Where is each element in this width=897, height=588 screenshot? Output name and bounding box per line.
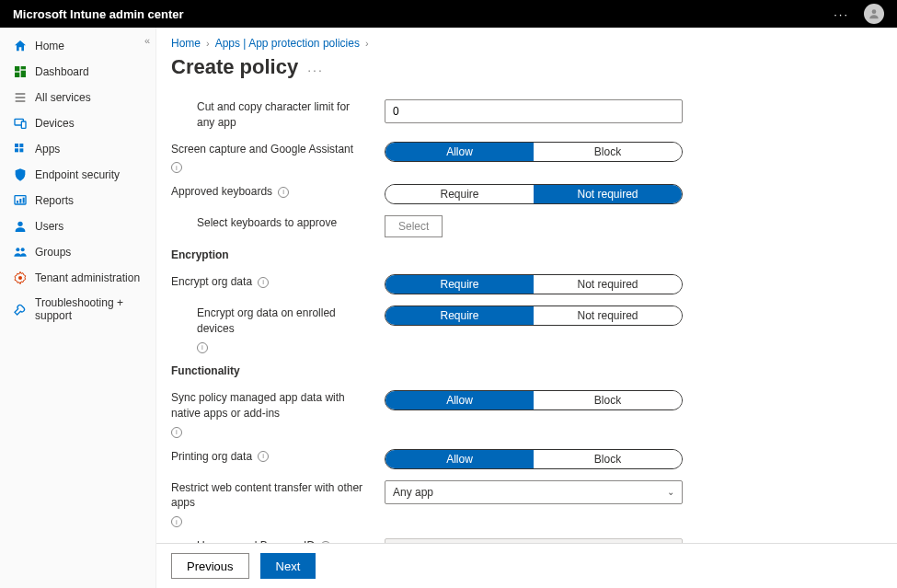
groups-icon (13, 245, 28, 259)
svg-rect-13 (19, 148, 23, 152)
chevron-right-icon: › (206, 38, 210, 49)
info-icon[interactable]: i (197, 342, 208, 353)
topbar-right: ··· (834, 4, 884, 24)
toggle-allow[interactable]: Allow (385, 450, 534, 468)
sidebar-item-groups[interactable]: Groups (0, 239, 155, 265)
sidebar-label: Reports (35, 194, 74, 207)
sidebar-label: Endpoint security (35, 168, 120, 181)
toggle-require[interactable]: Require (385, 306, 534, 325)
shield-icon (13, 167, 28, 182)
select-keyboards-button[interactable]: Select (385, 215, 443, 237)
svg-rect-11 (19, 144, 23, 147)
collapse-sidebar-icon[interactable]: « (144, 35, 150, 46)
svg-rect-1 (15, 66, 19, 71)
sync-policy-toggle[interactable]: Allow Block (385, 390, 683, 410)
breadcrumb-apps[interactable]: Apps | App protection policies (215, 37, 360, 50)
devices-icon (13, 116, 28, 131)
user-icon (13, 219, 28, 234)
sidebar-label: Home (35, 40, 64, 52)
reports-icon (13, 193, 28, 208)
svg-point-0 (872, 9, 877, 14)
section-functionality: Functionality (171, 364, 882, 377)
toggle-not-required[interactable]: Not required (534, 185, 682, 203)
sidebar-label: Troubleshooting + support (35, 296, 143, 322)
approved-keyboards-toggle[interactable]: Require Not required (385, 184, 683, 204)
svg-point-18 (17, 222, 22, 226)
encrypt-enrolled-toggle[interactable]: Require Not required (385, 306, 683, 326)
breadcrumb: Home › Apps | App protection policies › (171, 37, 882, 50)
svg-rect-16 (19, 199, 21, 203)
wizard-footer: Previous Next (156, 543, 897, 588)
cut-copy-limit-input[interactable] (385, 99, 683, 123)
toggle-not-required[interactable]: Not required (534, 275, 682, 294)
chevron-down-icon: ⌄ (667, 487, 674, 497)
sidebar-item-all-services[interactable]: All services (0, 85, 155, 110)
label-screen-capture: Screen capture and Google Assistant i (171, 142, 385, 174)
toggle-block[interactable]: Block (534, 450, 682, 468)
printing-toggle[interactable]: Allow Block (385, 449, 683, 469)
label-printing: Printing org data i (171, 449, 385, 465)
label-approved-keyboards: Approved keyboards i (171, 184, 385, 200)
svg-point-19 (16, 248, 19, 251)
toggle-block[interactable]: Block (534, 143, 682, 161)
sidebar-label: Dashboard (35, 65, 89, 78)
sidebar-item-apps[interactable]: Apps (0, 136, 155, 162)
toggle-block[interactable]: Block (534, 391, 682, 409)
sidebar-item-dashboard[interactable]: Dashboard (0, 59, 155, 85)
svg-rect-15 (17, 201, 18, 203)
toggle-require[interactable]: Require (385, 185, 534, 203)
grid-icon (13, 142, 28, 156)
screen-capture-toggle[interactable]: Allow Block (385, 142, 683, 162)
info-icon[interactable]: i (278, 187, 289, 198)
svg-point-20 (21, 248, 25, 251)
content-header: Home › Apps | App protection policies › … (156, 28, 897, 83)
previous-button[interactable]: Previous (171, 553, 249, 579)
breadcrumb-home[interactable]: Home (171, 37, 201, 50)
label-restrict-web: Restrict web content transfer with other… (171, 480, 385, 528)
more-actions-icon[interactable]: ··· (834, 7, 849, 21)
svg-rect-9 (21, 121, 26, 128)
page-more-icon[interactable]: ··· (307, 57, 324, 77)
page-title: Create policy (171, 55, 298, 79)
sidebar-item-troubleshooting[interactable]: Troubleshooting + support (0, 291, 155, 328)
chevron-right-icon: › (365, 38, 369, 49)
info-icon[interactable]: i (258, 277, 269, 288)
label-encrypt-org: Encrypt org data i (171, 274, 385, 290)
label-cut-copy-limit: Cut and copy character limit for any app (171, 99, 385, 131)
form-body: Cut and copy character limit for any app… (156, 83, 897, 543)
encrypt-org-toggle[interactable]: Require Not required (385, 274, 683, 294)
sidebar-item-reports[interactable]: Reports (0, 188, 155, 213)
info-icon[interactable]: i (171, 427, 182, 438)
toggle-allow[interactable]: Allow (385, 143, 534, 161)
svg-rect-17 (23, 198, 25, 203)
sidebar-item-tenant[interactable]: Tenant administration (0, 265, 155, 291)
svg-rect-12 (15, 148, 18, 152)
toggle-require[interactable]: Require (385, 275, 534, 294)
section-encryption: Encryption (171, 248, 882, 261)
svg-point-21 (18, 276, 22, 280)
home-icon (13, 39, 28, 53)
svg-rect-2 (21, 66, 26, 69)
info-icon[interactable]: i (258, 451, 269, 462)
sidebar-label: Apps (35, 143, 60, 156)
next-button[interactable]: Next (260, 553, 316, 579)
info-icon[interactable]: i (171, 162, 182, 173)
toggle-not-required[interactable]: Not required (534, 306, 682, 325)
person-icon (868, 7, 880, 20)
dashboard-icon (13, 64, 28, 79)
sidebar-item-endpoint-security[interactable]: Endpoint security (0, 162, 155, 188)
label-encrypt-enrolled: Encrypt org data on enrolled devices i (171, 306, 385, 353)
sidebar-item-home[interactable]: Home (0, 33, 155, 59)
list-icon (13, 90, 28, 105)
main: Home › Apps | App protection policies › … (156, 28, 897, 588)
topbar: Microsoft Intune admin center ··· (0, 0, 897, 28)
sidebar-label: Users (35, 220, 63, 233)
avatar[interactable] (864, 4, 884, 24)
sidebar-item-users[interactable]: Users (0, 213, 155, 239)
svg-rect-10 (15, 144, 18, 147)
wrench-icon (13, 302, 28, 317)
sidebar-item-devices[interactable]: Devices (0, 110, 155, 136)
info-icon[interactable]: i (171, 516, 182, 527)
toggle-allow[interactable]: Allow (385, 391, 534, 409)
restrict-web-select[interactable]: Any app ⌄ (385, 480, 683, 504)
